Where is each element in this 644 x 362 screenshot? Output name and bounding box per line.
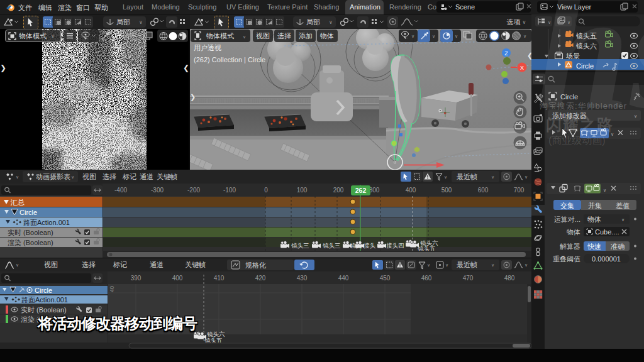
svg-text:(262) Collection | Circle: (262) Collection | Circle [194,56,265,63]
svg-text:470: 470 [463,275,474,282]
svg-text:❯: ❯ [190,93,196,101]
svg-text:镜头五: 镜头五 [575,32,597,40]
svg-text:选择: 选择 [277,32,291,40]
svg-text:∨: ∨ [243,35,246,39]
svg-text:0: 0 [264,187,268,194]
svg-text:通道: 通道 [150,261,164,268]
svg-text:∨: ∨ [523,34,526,38]
svg-text:∨: ∨ [491,263,494,267]
svg-text:视图: 视图 [82,173,96,180]
svg-text:∨: ∨ [603,188,606,192]
svg-text:410: 410 [214,275,225,282]
svg-text:∨: ∨ [491,175,494,179]
svg-text:规格化: 规格化 [245,261,266,269]
svg-text:-300: -300 [151,187,164,194]
svg-text:准确: 准确 [611,243,625,250]
svg-text:路面Action.001: 路面Action.001 [23,219,70,226]
svg-text:262: 262 [355,187,367,194]
svg-text:40: 40 [109,286,115,292]
svg-text:600: 600 [478,187,489,194]
svg-text:Circle: Circle [576,62,594,70]
svg-text:∨: ∨ [525,175,528,179]
svg-text:Circle: Circle [560,93,578,101]
svg-text:视图: 视图 [256,32,270,40]
svg-text:440: 440 [338,275,349,282]
svg-text:路面Action.001: 路面Action.001 [21,296,68,304]
svg-text:∨: ∨ [445,263,448,267]
svg-text:420: 420 [255,275,266,282]
svg-text:最近帧: 最近帧 [457,261,477,268]
svg-text:400: 400 [172,275,183,282]
svg-text:Cube....: Cube.... [595,228,619,236]
svg-text:∨: ∨ [455,34,458,38]
svg-text:700: 700 [514,187,525,194]
svg-text:交集: 交集 [560,202,574,209]
svg-text:∨: ∨ [16,263,19,267]
svg-text:Circle: Circle [19,209,37,216]
svg-text:快速: 快速 [587,243,601,250]
svg-text:∨: ∨ [411,34,414,38]
svg-text:解算器: 解算器 [560,243,580,250]
svg-text:∨: ∨ [621,217,625,222]
svg-text:接头四: 接头四 [386,242,404,249]
svg-text:Z: Z [504,50,508,57]
svg-text:接头: 接头 [364,242,376,249]
svg-text:∨: ∨ [71,175,74,179]
svg-text:∨: ∨ [567,20,570,25]
svg-text:关键帧: 关键帧 [185,261,206,268]
svg-text:-200: -200 [187,187,200,194]
svg-text:物体: 物体 [567,228,580,236]
svg-text:300: 300 [369,187,380,194]
svg-text:∨: ∨ [16,175,19,179]
svg-text:200: 200 [333,187,344,194]
svg-text:X: X [520,65,524,71]
svg-text:物体: 物体 [587,216,601,223]
svg-text:480: 480 [504,275,515,282]
svg-text:运算对...: 运算对... [554,216,580,223]
svg-text:选择: 选择 [82,261,96,268]
svg-text:0.000001: 0.000001 [592,255,621,263]
svg-text:选择: 选择 [103,173,116,180]
svg-text:差值: 差值 [616,202,630,209]
svg-text:通道: 通道 [140,173,153,180]
svg-text:场景: 场景 [566,52,580,60]
svg-text:❮: ❮ [527,52,531,60]
svg-text:镜头三: 镜头三 [323,242,341,249]
svg-text:450: 450 [380,275,391,282]
svg-text:-400: -400 [114,187,127,194]
svg-text:∨: ∨ [444,175,447,179]
svg-text:物体: 物体 [320,32,334,40]
svg-text:∨: ∨ [634,114,637,118]
svg-text:渲染 (Boolean): 渲染 (Boolean) [8,239,53,246]
svg-text:关键帧: 关键帧 [157,173,177,180]
svg-text:用户透视: 用户透视 [194,44,221,52]
svg-text:∨: ∨ [427,263,430,267]
svg-text:镜头三: 镜头三 [291,242,309,249]
svg-text:物体模式: 物体模式 [206,32,234,40]
svg-text:添加: 添加 [299,32,313,40]
svg-text:460: 460 [421,275,432,282]
svg-text:视图: 视图 [44,261,58,268]
svg-text:标记: 标记 [113,261,127,268]
svg-text:汇总: 汇总 [10,199,25,206]
svg-text:标记: 标记 [122,173,136,180]
svg-text:∨: ∨ [525,263,528,267]
svg-text:430: 430 [297,275,308,282]
svg-text:∨: ∨ [548,20,551,25]
svg-text:实时 (Boolean): 实时 (Boolean) [21,306,67,314]
svg-text:-100: -100 [223,187,236,194]
svg-text:镜头六: 镜头六 [575,42,597,50]
svg-text:100: 100 [297,187,308,194]
svg-text:400: 400 [406,187,416,194]
svg-text:500: 500 [441,187,452,194]
svg-text:Circle: Circle [35,287,52,294]
svg-text:动画摄影表: 动画摄影表 [36,173,70,180]
svg-text:最近帧: 最近帧 [457,173,477,180]
svg-text:并集: 并集 [588,202,602,209]
svg-text:重叠阈值: 重叠阈值 [553,255,580,263]
svg-text:∨: ∨ [432,34,435,38]
svg-text:实时 (Boolean): 实时 (Boolean) [8,229,53,236]
svg-text:390: 390 [131,275,142,282]
